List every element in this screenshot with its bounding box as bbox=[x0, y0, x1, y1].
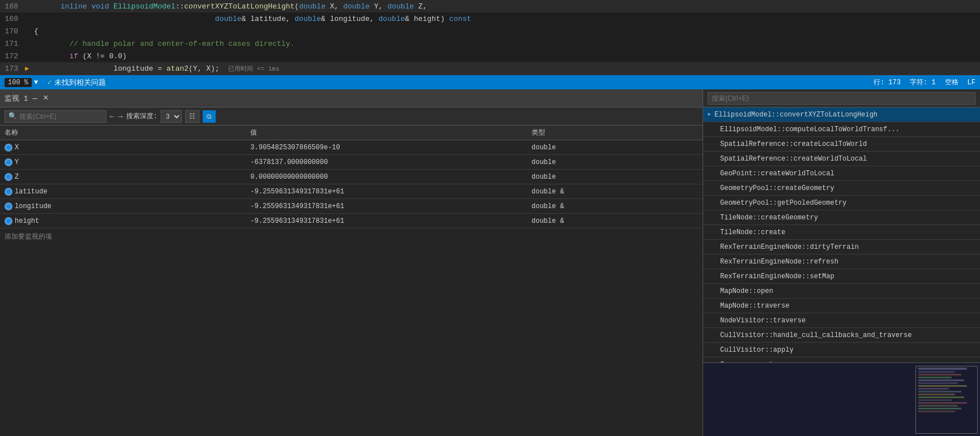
variable-icon-height bbox=[5, 217, 12, 225]
code-line-173: 173 ► longitude = atan2(Y, X); 已用时间 <= 1… bbox=[0, 62, 980, 75]
call-stack-item[interactable]: CullVisitor::apply bbox=[703, 343, 980, 357]
call-stack-item[interactable]: GeometryPool::getPooledGeometry bbox=[703, 196, 980, 210]
call-stack-item-label: MapNode::traverse bbox=[720, 302, 789, 310]
watch-toolbar: 🔍 ← → 搜索深度: 3 1 2 4 5 ☷ ⧉ bbox=[0, 107, 703, 126]
watch-panel: 监视 1 ‒ × 🔍 ← → 搜索深度: 3 1 2 4 5 ☷ ⧉ bbox=[0, 89, 703, 436]
row-value-height: -9.2559631349317831e+61 bbox=[246, 217, 527, 225]
call-stack-item-label: NodeVisitor::traverse bbox=[720, 317, 806, 325]
table-row[interactable]: height -9.2559631349317831e+61 double & bbox=[0, 214, 703, 228]
call-stack-item[interactable]: RexTerrainEngineNode::refresh bbox=[703, 254, 980, 269]
row-type-z: double bbox=[527, 173, 703, 181]
row-name-latitude: latitude bbox=[0, 188, 246, 196]
watch-search-input[interactable] bbox=[19, 113, 93, 120]
watch-pin-button[interactable]: ‒ bbox=[33, 93, 37, 103]
call-stack-item-label: SpatialReference::createLocalToWorld bbox=[720, 140, 867, 148]
line-content-171: // handle polar and center-of-earth case… bbox=[34, 40, 294, 48]
line-number-170: 170 bbox=[2, 27, 25, 36]
call-stack-item[interactable]: EllipsoidModel::computeLocalToWorldTrans… bbox=[703, 122, 980, 137]
variable-icon-x bbox=[5, 144, 12, 152]
call-stack-item[interactable]: TileNode::createGeometry bbox=[703, 210, 980, 225]
row-value-latitude: -9.2559631349317831e+61 bbox=[246, 188, 527, 196]
line-number-172: 172 bbox=[2, 52, 25, 61]
minimap-content bbox=[916, 366, 977, 433]
line-number-168: 168 bbox=[2, 2, 25, 11]
call-stack-item[interactable]: TileNode::create bbox=[703, 225, 980, 240]
watch-table: 名称 值 类型 X 3.9054825307866509e-10 double … bbox=[0, 126, 703, 436]
call-stack-list: ► EllipsoidModel::convertXYZToLatLongHei… bbox=[703, 107, 980, 362]
call-stack-item[interactable]: MapNode::open bbox=[703, 284, 980, 299]
encoding-indicator: LF bbox=[968, 79, 975, 87]
table-row[interactable]: X 3.9054825307866509e-10 double bbox=[0, 140, 703, 155]
call-stack-item[interactable]: Group::accept bbox=[703, 357, 980, 362]
call-stack-item-label: RexTerrainEngineNode::dirtyTerrain bbox=[720, 243, 859, 251]
call-stack-item[interactable]: RexTerrainEngineNode::dirtyTerrain bbox=[703, 240, 980, 254]
char-indicator: 字符: 1 bbox=[910, 77, 936, 87]
call-stack-item-label: CullVisitor::apply bbox=[720, 346, 794, 354]
row-type-latitude: double & bbox=[527, 188, 703, 196]
call-stack-item-label: MapNode::open bbox=[720, 287, 773, 295]
call-stack-item[interactable]: MapNode::traverse bbox=[703, 299, 980, 313]
call-stack-item[interactable]: RexTerrainEngineNode::setMap bbox=[703, 269, 980, 284]
add-watch-item[interactable]: 添加要监视的项 bbox=[0, 228, 703, 245]
call-stack-item-label: RexTerrainEngineNode::refresh bbox=[720, 258, 838, 266]
call-stack-item[interactable]: ► EllipsoidModel::convertXYZToLatLongHei… bbox=[703, 107, 980, 122]
call-stack-item-label: TileNode::createGeometry bbox=[720, 214, 818, 222]
call-stack-item-label: RexTerrainEngineNode::setMap bbox=[720, 273, 835, 280]
expand-button[interactable]: ⧉ bbox=[203, 110, 216, 123]
zoom-value[interactable]: 100 % bbox=[5, 78, 32, 87]
row-type-x: double bbox=[527, 144, 703, 152]
row-value-z: 0.00000000000000000 bbox=[246, 173, 527, 181]
active-frame-arrow: ► bbox=[708, 111, 711, 118]
call-stack-item-label: EllipsoidModel::computeLocalToWorldTrans… bbox=[720, 126, 900, 133]
call-stack-panel: ► EllipsoidModel::convertXYZToLatLongHei… bbox=[703, 89, 980, 436]
call-stack-item[interactable]: GeoPoint::createWorldToLocal bbox=[703, 166, 980, 181]
call-stack-item[interactable]: SpatialReference::createWorldToLocal bbox=[703, 152, 980, 166]
line-content-169: double& latitude, double& longitude, dou… bbox=[34, 6, 471, 32]
row-type-height: double & bbox=[527, 217, 703, 225]
filter-button[interactable]: ☷ bbox=[185, 110, 199, 123]
variable-icon-y bbox=[5, 158, 12, 166]
row-type-longitude: double & bbox=[527, 202, 703, 210]
call-stack-item[interactable]: SpatialReference::createLocalToWorld bbox=[703, 137, 980, 152]
line-content-170: { bbox=[34, 27, 38, 36]
row-type-y: double bbox=[527, 158, 703, 166]
call-stack-item-label: TileNode::create bbox=[720, 228, 785, 236]
row-name-x: X bbox=[0, 144, 246, 152]
call-stack-item[interactable]: GeometryPool::createGeometry bbox=[703, 181, 980, 196]
table-row[interactable]: latitude -9.2559631349317831e+61 double … bbox=[0, 184, 703, 199]
call-stack-search-bar bbox=[703, 89, 980, 107]
watch-close-button[interactable]: × bbox=[43, 94, 49, 103]
watch-header: 监视 1 ‒ × bbox=[0, 89, 703, 107]
zoom-control[interactable]: 100 % ▼ bbox=[5, 78, 38, 87]
call-stack-search-input[interactable] bbox=[708, 92, 975, 105]
col-header-type: 类型 bbox=[527, 128, 703, 137]
watch-search-box[interactable]: 🔍 bbox=[5, 110, 106, 123]
nav-back-button[interactable]: ← bbox=[110, 112, 114, 121]
call-stack-item-label: GeometryPool::getPooledGeometry bbox=[720, 199, 846, 207]
line-content-173: longitude = atan2(Y, X); 已用时间 <= 1ms bbox=[34, 56, 280, 81]
call-stack-item[interactable]: CullVisitor::handle_cull_callbacks_and_t… bbox=[703, 328, 980, 343]
nav-forward-button[interactable]: → bbox=[118, 112, 122, 121]
table-row[interactable]: Y -6378137.0000000000 double bbox=[0, 155, 703, 170]
watch-panel-title: 监视 1 bbox=[5, 93, 28, 103]
depth-label: 搜索深度: bbox=[126, 111, 157, 121]
row-name-longitude: longitude bbox=[0, 202, 246, 210]
col-header-value: 值 bbox=[246, 128, 527, 137]
call-stack-item-label: CullVisitor::handle_cull_callbacks_and_t… bbox=[720, 331, 911, 339]
call-stack-item-label: SpatialReference::createWorldToLocal bbox=[720, 155, 867, 163]
variable-icon-longitude bbox=[5, 202, 12, 210]
call-stack-item-label: GeometryPool::createGeometry bbox=[720, 184, 835, 192]
line-number-169: 169 bbox=[2, 15, 25, 23]
space-indicator: 空格 bbox=[945, 77, 958, 87]
line-icon-173: ► bbox=[25, 64, 34, 73]
call-stack-item[interactable]: NodeVisitor::traverse bbox=[703, 313, 980, 328]
current-line-arrow: ► bbox=[25, 65, 29, 73]
depth-select[interactable]: 3 1 2 4 5 bbox=[161, 110, 182, 123]
table-row[interactable]: Z 0.00000000000000000 double bbox=[0, 170, 703, 184]
table-row[interactable]: longitude -9.2559631349317831e+61 double… bbox=[0, 199, 703, 214]
status-right: 行: 173 字符: 1 空格 LF bbox=[874, 77, 975, 87]
row-value-longitude: -9.2559631349317831e+61 bbox=[246, 202, 527, 210]
col-header-name: 名称 bbox=[0, 128, 246, 137]
row-value-y: -6378137.0000000000 bbox=[246, 158, 527, 166]
table-header: 名称 值 类型 bbox=[0, 126, 703, 140]
